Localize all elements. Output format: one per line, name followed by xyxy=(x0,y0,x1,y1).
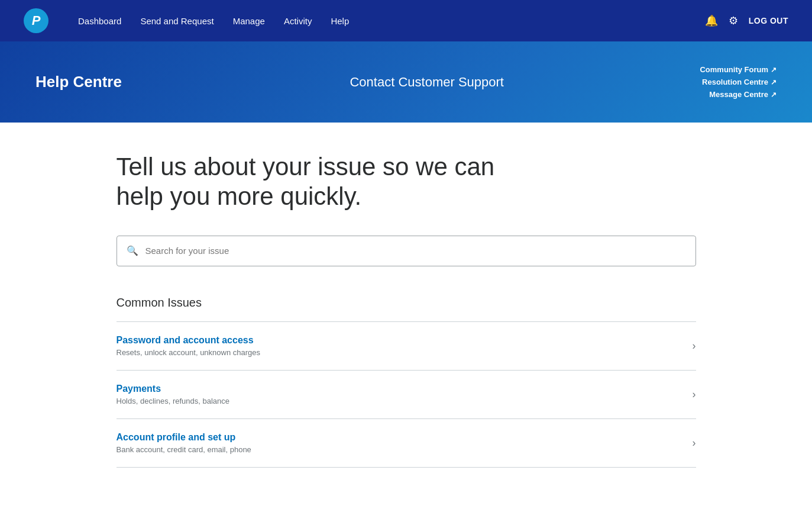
gear-icon[interactable]: ⚙ xyxy=(729,14,738,27)
help-link-community-forum[interactable]: Community Forum xyxy=(700,65,777,74)
issue-info: Password and account access Resets, unlo… xyxy=(117,335,681,357)
nav-link-send-and-request[interactable]: Send and Request xyxy=(140,16,213,26)
search-icon: 🔍 xyxy=(127,245,138,256)
chevron-right-icon: › xyxy=(693,437,696,449)
help-banner: Help Centre Contact Customer Support Com… xyxy=(0,41,812,123)
nav-link-help[interactable]: Help xyxy=(331,16,349,26)
nav-link-dashboard[interactable]: Dashboard xyxy=(78,16,121,26)
bell-icon[interactable]: 🔔 xyxy=(705,14,718,27)
nav-links: DashboardSend and RequestManageActivityH… xyxy=(78,16,687,26)
main-content: Tell us about your issue so we can help … xyxy=(81,123,732,497)
common-issues-title: Common Issues xyxy=(117,296,696,310)
search-container[interactable]: 🔍 xyxy=(117,236,696,266)
paypal-logo[interactable]: P xyxy=(24,8,48,33)
issue-item-password-account-access[interactable]: Password and account access Resets, unlo… xyxy=(117,322,696,371)
nav-right: 🔔 ⚙ LOG OUT xyxy=(705,14,788,27)
page-headline: Tell us about your issue so we can help … xyxy=(117,152,530,212)
help-link-message-centre[interactable]: Message Centre xyxy=(709,90,777,99)
issue-desc: Resets, unlock account, unknown charges xyxy=(117,348,681,357)
issue-item-account-profile-setup[interactable]: Account profile and set up Bank account,… xyxy=(117,419,696,468)
issue-title: Password and account access xyxy=(117,335,681,346)
help-link-resolution-centre[interactable]: Resolution Centre xyxy=(702,78,777,86)
nav-link-manage[interactable]: Manage xyxy=(233,16,265,26)
issue-title: Payments xyxy=(117,384,681,394)
issues-list: Password and account access Resets, unlo… xyxy=(117,321,696,468)
help-centre-title: Help Centre xyxy=(35,73,154,91)
top-nav: P DashboardSend and RequestManageActivit… xyxy=(0,0,812,41)
issue-item-payments[interactable]: Payments Holds, declines, refunds, balan… xyxy=(117,371,696,419)
issue-desc: Bank account, credit card, email, phone xyxy=(117,445,681,454)
help-external-links: Community ForumResolution CentreMessage … xyxy=(700,65,777,99)
issue-info: Account profile and set up Bank account,… xyxy=(117,432,681,454)
nav-link-activity[interactable]: Activity xyxy=(284,16,312,26)
search-input[interactable] xyxy=(145,246,686,256)
issue-info: Payments Holds, declines, refunds, balan… xyxy=(117,384,681,405)
issue-title: Account profile and set up xyxy=(117,432,681,443)
contact-customer-support-link[interactable]: Contact Customer Support xyxy=(154,75,700,90)
logout-button[interactable]: LOG OUT xyxy=(749,16,788,25)
chevron-right-icon: › xyxy=(693,388,696,401)
chevron-right-icon: › xyxy=(693,340,696,352)
issue-desc: Holds, declines, refunds, balance xyxy=(117,397,681,405)
